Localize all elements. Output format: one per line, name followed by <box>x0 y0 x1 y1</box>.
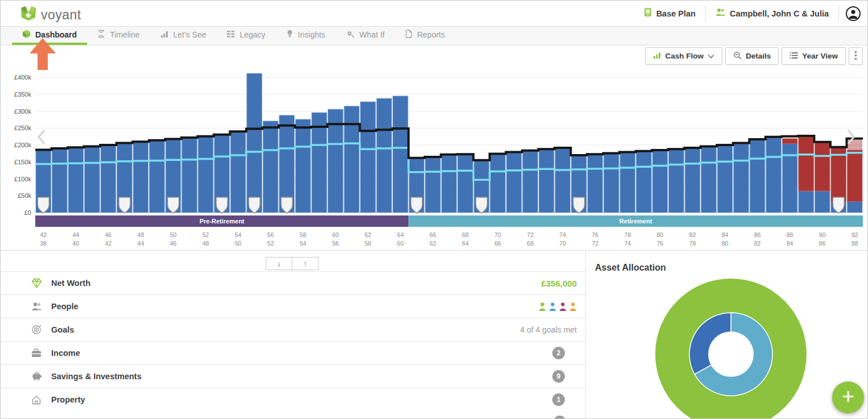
year-view-button[interactable]: Year View <box>782 47 846 65</box>
chart-type-label: Cash Flow <box>665 52 704 60</box>
chart-overflow-menu[interactable] <box>849 47 863 65</box>
svg-text:86: 86 <box>754 231 761 238</box>
tab-label: Insights <box>298 30 325 39</box>
list-item-savings[interactable]: Savings & Investments 9 <box>1 364 585 388</box>
tab-timeline[interactable]: Timeline <box>87 27 150 45</box>
tab-what-if[interactable]: What If <box>336 27 395 45</box>
summary-panel: ↓ ↑ Net Worth £356,000 People <box>1 251 585 419</box>
svg-text:£0: £0 <box>24 209 31 216</box>
tab-legacy[interactable]: Legacy <box>216 27 275 45</box>
svg-text:£300k: £300k <box>14 108 31 115</box>
svg-text:58: 58 <box>300 231 307 238</box>
tab-label: Legacy <box>239 30 265 39</box>
net-worth-value: £356,000 <box>541 279 577 288</box>
svg-text:56: 56 <box>267 231 274 238</box>
svg-text:52: 52 <box>202 231 209 238</box>
svg-text:Retirement: Retirement <box>619 218 652 225</box>
sort-ascending-button[interactable]: ↑ <box>292 257 319 270</box>
property-count-badge: 1 <box>552 393 565 406</box>
svg-text:£250k: £250k <box>14 125 31 131</box>
svg-text:52: 52 <box>267 240 274 247</box>
svg-text:90: 90 <box>819 231 826 238</box>
clients-icon <box>716 8 726 19</box>
svg-text:£150k: £150k <box>14 159 31 165</box>
main-nav: Dashboard Timeline Let's See Legacy Insi… <box>1 27 867 45</box>
list-item-people[interactable]: People <box>1 294 585 318</box>
svg-text:64: 64 <box>462 240 469 247</box>
briefcase-icon <box>31 347 42 359</box>
tab-reports[interactable]: Reports <box>395 27 455 45</box>
sort-descending-button[interactable]: ↓ <box>266 257 292 270</box>
person-icon <box>559 302 567 311</box>
svg-text:80: 80 <box>657 231 664 238</box>
svg-text:84: 84 <box>787 240 793 247</box>
details-button[interactable]: Details <box>725 47 779 65</box>
svg-text:70: 70 <box>494 231 501 238</box>
chart-scroll-right[interactable] <box>846 129 855 147</box>
gem-icon <box>31 277 42 289</box>
svg-text:70: 70 <box>559 240 566 247</box>
svg-text:46: 46 <box>170 240 177 247</box>
svg-text:48: 48 <box>202 240 209 247</box>
voyant-logo-icon <box>20 5 37 24</box>
svg-text:88: 88 <box>787 231 793 238</box>
client-name: Campbell, John C & Julia <box>730 9 829 18</box>
voyant-logo[interactable]: voyant <box>20 5 81 24</box>
svg-text:66: 66 <box>429 231 436 238</box>
svg-text:50: 50 <box>170 231 177 238</box>
svg-text:92: 92 <box>852 231 858 238</box>
svg-text:42: 42 <box>105 240 112 247</box>
voyant-dashboard: voyant Base Plan Campbell, John C & Juli… <box>0 0 868 419</box>
chart-scroll-left[interactable] <box>37 129 46 147</box>
goals-status: 4 of 4 goals met <box>520 325 577 334</box>
base-plan-menu[interactable]: Base Plan <box>634 6 705 21</box>
bar-chart-icon <box>160 30 169 40</box>
plan-document-icon <box>643 7 652 19</box>
details-label: Details <box>746 52 771 60</box>
grid-icon <box>226 30 235 40</box>
svg-text:£100k: £100k <box>14 176 31 182</box>
svg-text:82: 82 <box>754 240 761 247</box>
people-color-icons <box>539 302 577 311</box>
magnifier-icon <box>733 51 742 61</box>
document-icon <box>405 30 412 40</box>
list-item-label: Property <box>51 395 85 404</box>
tab-label: Let's See <box>173 30 206 39</box>
asset-allocation-donut[interactable] <box>644 267 818 419</box>
tab-insights[interactable]: Insights <box>276 27 336 45</box>
svg-text:42: 42 <box>40 231 47 238</box>
svg-text:54: 54 <box>235 231 242 238</box>
tab-lets-see[interactable]: Let's See <box>150 27 217 45</box>
list-item-income[interactable]: Income 2 <box>1 341 585 364</box>
svg-text:78: 78 <box>689 240 696 247</box>
svg-text:78: 78 <box>624 231 631 238</box>
list-item-property[interactable]: Property 1 <box>1 388 585 411</box>
plan-name: Base Plan <box>656 9 696 18</box>
account-avatar-icon[interactable] <box>846 6 861 21</box>
client-menu[interactable]: Campbell, John C & Julia <box>706 6 838 21</box>
list-item-goals[interactable]: Goals 4 of 4 goals met <box>1 318 585 341</box>
plus-icon: + <box>842 385 854 407</box>
income-count-badge: 2 <box>552 347 565 359</box>
svg-text:38: 38 <box>40 240 47 247</box>
partial-badge <box>553 416 566 419</box>
target-icon <box>31 324 42 335</box>
list-sort-controls: ↓ ↑ <box>266 257 319 270</box>
svg-text:72: 72 <box>527 231 534 238</box>
chart-type-dropdown[interactable]: Cash Flow <box>645 47 722 65</box>
list-view-icon <box>790 52 798 61</box>
list-item-label: Goals <box>51 325 74 334</box>
svg-text:62: 62 <box>429 240 436 247</box>
chart-toolbar: Cash Flow Details Year View <box>645 47 863 65</box>
people-icon <box>31 301 42 312</box>
cash-flow-chart-panel: £0£50k£100k£150k£200k£250k£300k£350k£400… <box>1 45 868 251</box>
svg-text:76: 76 <box>657 240 664 247</box>
piggy-bank-icon <box>31 371 42 382</box>
add-button[interactable]: + <box>832 381 864 413</box>
svg-text:76: 76 <box>592 231 598 238</box>
svg-text:50: 50 <box>235 240 242 247</box>
tab-label: What If <box>359 30 385 39</box>
svg-text:40: 40 <box>72 240 79 247</box>
hourglass-icon <box>97 30 105 40</box>
list-item-net-worth[interactable]: Net Worth £356,000 <box>1 271 585 294</box>
